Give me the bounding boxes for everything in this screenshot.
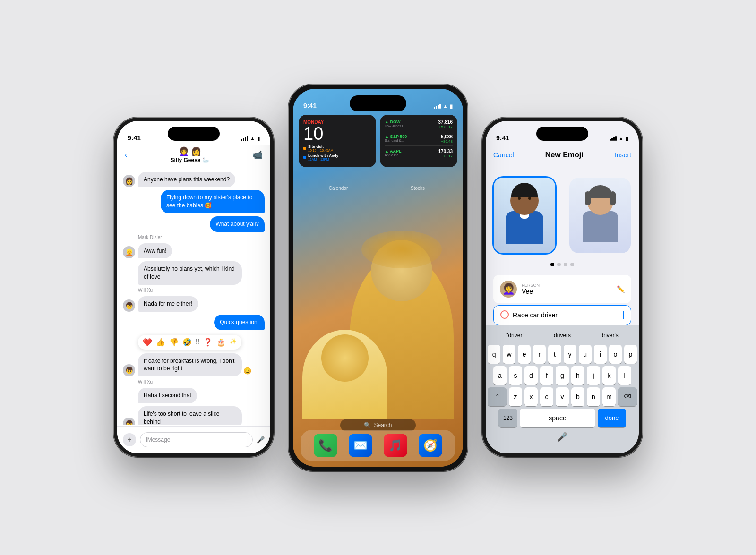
key-m[interactable]: m	[602, 387, 616, 406]
message-bubble-9[interactable]: Haha I second that	[138, 388, 197, 403]
suggestion-2[interactable]: drivers	[554, 332, 571, 339]
message-bubble-2[interactable]: Flying down to my sister's place to see …	[161, 190, 265, 213]
microphone-button[interactable]: 🎤	[257, 436, 265, 444]
reaction-more[interactable]: ✨	[230, 338, 237, 347]
message-row-7: Quick question:	[123, 315, 265, 330]
reaction-question[interactable]: ❓	[203, 338, 213, 347]
message-input-field[interactable]: iMessage	[140, 432, 253, 447]
key-w[interactable]: w	[503, 345, 515, 364]
key-shift[interactable]: ⇧	[488, 387, 507, 406]
dock-safari[interactable]: 🧭	[419, 434, 442, 457]
reaction-exclaim[interactable]: ‼️	[196, 338, 199, 347]
sender-label-2: Will Xu	[138, 288, 265, 293]
dock-music[interactable]: 🎵	[384, 434, 407, 457]
calendar-event-1[interactable]: Site visit 10:15 – 10:45AM	[303, 145, 371, 152]
key-delete[interactable]: ⌫	[618, 387, 637, 406]
dock-phone[interactable]: 📞	[314, 434, 337, 457]
message-input-bar: + iMessage 🎤	[117, 426, 270, 453]
emoji-search-input[interactable]: Race car driver	[493, 305, 631, 325]
status-time-left: 9:41	[128, 134, 141, 142]
message-bubble-6[interactable]: Nada for me either!	[138, 296, 198, 312]
key-o[interactable]: o	[609, 345, 622, 364]
dot-1[interactable]	[550, 263, 554, 266]
svg-point-0	[501, 311, 508, 318]
key-v[interactable]: v	[556, 387, 569, 406]
suggestion-1[interactable]: "driver"	[506, 332, 524, 339]
message-bubble-8[interactable]: If cake for breakfast is wrong, I don't …	[138, 353, 242, 377]
calendar-widget[interactable]: MONDAY 10 Site visit 10:15 – 10:45AM	[299, 115, 376, 167]
dot-2[interactable]	[557, 263, 561, 266]
key-q[interactable]: q	[488, 345, 500, 364]
key-t[interactable]: t	[548, 345, 561, 364]
signal-bar-r3	[613, 137, 615, 141]
search-bar[interactable]: 🔍 Search	[340, 419, 416, 431]
person-label: PERSON	[522, 283, 540, 288]
message-bubble-10[interactable]: Life's too short to leave a slice behind	[138, 406, 242, 425]
group-avatar-2: 👩	[191, 146, 201, 157]
dot-4[interactable]	[570, 263, 574, 266]
messages-list: 👩 Anyone have plans this weekend? Flying…	[117, 167, 270, 425]
emoji-avatar-1[interactable]	[494, 178, 555, 253]
reaction-heart[interactable]: ❤️	[143, 338, 152, 347]
message-bubble-1[interactable]: Anyone have plans this weekend?	[138, 172, 235, 188]
video-call-button[interactable]: 📹	[252, 150, 263, 160]
dock-mail[interactable]: ✉️	[349, 434, 372, 457]
reaction-haha[interactable]: 🤣	[182, 338, 192, 347]
key-y[interactable]: y	[564, 345, 576, 364]
key-x[interactable]: x	[524, 387, 538, 406]
key-r[interactable]: r	[533, 345, 546, 364]
key-k[interactable]: k	[602, 366, 616, 385]
key-d[interactable]: d	[524, 366, 538, 385]
event-2-text: Lunch with Andy 11AM – 12PM	[308, 154, 338, 161]
search-label: Search	[374, 422, 392, 428]
key-i[interactable]: i	[594, 345, 607, 364]
message-bubble-7[interactable]: Quick question:	[214, 315, 265, 330]
message-row-9: Haha I second that	[123, 388, 265, 403]
group-name[interactable]: Silly Geese 🦢	[170, 157, 209, 163]
key-e[interactable]: e	[518, 345, 531, 364]
person-edit-button[interactable]: ✏️	[617, 285, 625, 293]
key-space[interactable]: space	[520, 409, 595, 427]
key-f[interactable]: f	[540, 366, 553, 385]
reaction-thumbsup[interactable]: 👍	[156, 338, 165, 347]
key-u[interactable]: u	[579, 345, 592, 364]
cancel-button[interactable]: Cancel	[493, 151, 514, 159]
key-p[interactable]: p	[624, 345, 637, 364]
message-bubble-3[interactable]: What about y'all?	[210, 216, 265, 232]
key-h[interactable]: h	[571, 366, 584, 385]
avatar-2: 👱	[123, 246, 135, 258]
signal-bar-3	[245, 137, 246, 141]
key-a[interactable]: a	[493, 366, 507, 385]
key-j[interactable]: j	[587, 366, 600, 385]
attach-button[interactable]: +	[123, 433, 136, 446]
mic-bar: 🎤	[488, 430, 637, 444]
search-icon-center: 🔍	[364, 422, 371, 428]
key-g[interactable]: g	[556, 366, 569, 385]
calendar-date: 10	[303, 125, 371, 143]
key-c[interactable]: c	[540, 387, 553, 406]
stocks-widget[interactable]: ▲ DOW Dow Jones I... 37,816 +570.17	[380, 115, 457, 167]
key-z[interactable]: z	[509, 387, 522, 406]
reaction-thumbsdown[interactable]: 👎	[169, 338, 179, 347]
dot-3[interactable]	[564, 263, 567, 266]
reaction-cake[interactable]: 🎂	[216, 338, 226, 347]
emoji-avatar-2[interactable]	[569, 178, 631, 253]
insert-button[interactable]: Insert	[615, 151, 631, 159]
avatar-6	[123, 391, 135, 403]
key-n[interactable]: n	[587, 387, 600, 406]
key-b[interactable]: b	[571, 387, 584, 406]
suggestion-3[interactable]: driver's	[600, 332, 618, 339]
key-numbers[interactable]: 123	[498, 409, 517, 427]
mic-icon[interactable]: 🎤	[557, 432, 567, 442]
message-bubble-4[interactable]: Aww fun!	[138, 243, 172, 259]
calendar-event-2[interactable]: Lunch with Andy 11AM – 12PM	[303, 154, 371, 161]
group-avatar-1: 👩‍🦱	[179, 146, 189, 157]
key-l[interactable]: l	[618, 366, 631, 385]
key-done[interactable]: done	[598, 409, 626, 427]
event-dot-2	[303, 156, 306, 159]
key-s[interactable]: s	[509, 366, 522, 385]
event-1-text: Site visit 10:15 – 10:45AM	[308, 145, 333, 152]
message-bubble-5[interactable]: Absolutely no plans yet, which I kind of…	[138, 261, 242, 285]
back-button[interactable]: ‹	[125, 151, 127, 159]
reaction-bar[interactable]: ❤️ 👍 👎 🤣 ‼️ ❓ 🎂 ✨	[138, 335, 241, 350]
